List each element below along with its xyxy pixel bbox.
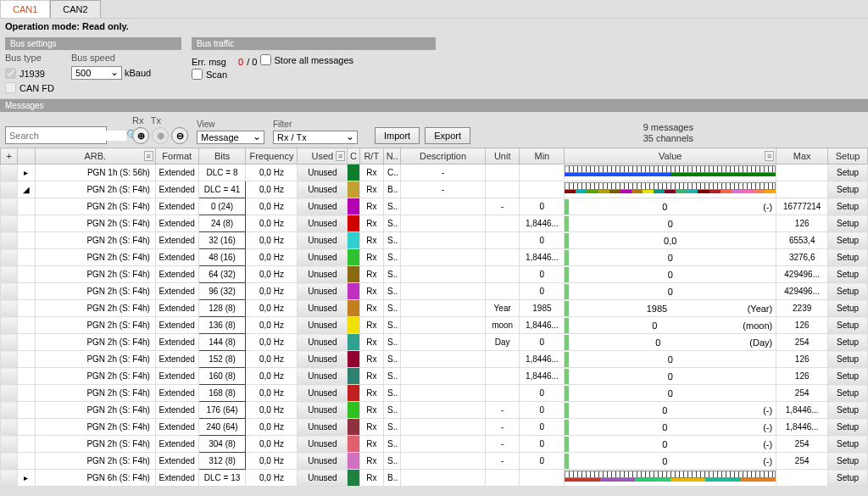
setup-button[interactable]: Setup [828,198,868,215]
col-format[interactable]: Format [155,148,198,164]
used-button[interactable]: Unused [298,249,348,266]
setup-button[interactable]: Setup [828,368,868,385]
table-row[interactable]: PGN 2h (S: F4h)Extended32 (16)0,0 HzUnus… [1,232,868,249]
color-cell[interactable] [348,402,359,419]
table-row[interactable]: PGN 2h (S: F4h)Extended176 (64)0,0 HzUnu… [1,402,868,419]
setup-button[interactable]: Setup [828,402,868,419]
row-expand-outer[interactable] [1,249,18,266]
used-button[interactable]: Unused [298,334,348,351]
search-box[interactable]: 🔍 [5,126,107,144]
color-cell[interactable] [348,283,359,300]
expand-icon[interactable]: ▸ [18,470,35,487]
filter-dropdown[interactable]: Rx / Tx [273,131,358,144]
color-cell[interactable] [348,266,359,283]
setup-button[interactable]: Setup [828,266,868,283]
used-button[interactable]: Unused [298,283,348,300]
color-cell[interactable] [348,181,359,198]
expand-icon[interactable] [18,317,35,334]
table-row[interactable]: ◢PGN 2h (S: F4h)ExtendedDLC = 410,0 HzUn… [1,181,868,198]
j1939-checkbox[interactable] [5,68,16,79]
table-row[interactable]: PGN 2h (S: F4h)Extended304 (8)0,0 HzUnus… [1,436,868,453]
export-button[interactable]: Export [425,127,470,144]
color-cell[interactable] [348,419,359,436]
row-expand-outer[interactable] [1,351,18,368]
row-expand-outer[interactable] [1,470,18,487]
table-row[interactable]: ▸PGN 1h (S: 56h)ExtendedDLC = 80,0 HzUnu… [1,164,868,181]
color-cell[interactable] [348,198,359,215]
row-expand-outer[interactable] [1,453,18,470]
import-button[interactable]: Import [375,127,420,144]
table-row[interactable]: PGN 2h (S: F4h)Extended64 (32)0,0 HzUnus… [1,266,868,283]
expand-icon[interactable] [18,402,35,419]
used-button[interactable]: Unused [298,232,348,249]
menu-icon[interactable]: ≡ [336,151,345,161]
setup-button[interactable]: Setup [828,300,868,317]
table-row[interactable]: PGN 2h (S: F4h)Extended136 (8)0,0 HzUnus… [1,317,868,334]
table-row[interactable]: PGN 2h (S: F4h)Extended96 (32)0,0 HzUnus… [1,283,868,300]
color-cell[interactable] [348,215,359,232]
table-row[interactable]: PGN 2h (S: F4h)Extended128 (8)0,0 HzUnus… [1,300,868,317]
color-cell[interactable] [348,164,359,181]
row-expand-outer[interactable] [1,164,18,181]
bus-speed-dropdown[interactable]: 500 [71,66,122,80]
table-row[interactable]: PGN 2h (S: F4h)Extended152 (8)0,0 HzUnus… [1,351,868,368]
setup-button[interactable]: Setup [828,436,868,453]
rx-add-button[interactable]: ⊕ [132,127,149,144]
row-expand-outer[interactable] [1,317,18,334]
setup-button[interactable]: Setup [828,334,868,351]
color-cell[interactable] [348,300,359,317]
expand-icon[interactable] [18,436,35,453]
expand-icon[interactable] [18,283,35,300]
col-color[interactable]: C [348,148,359,164]
used-button[interactable]: Unused [298,215,348,232]
col-bits[interactable]: Bits [198,148,246,164]
col-unit[interactable]: Unit [485,148,520,164]
color-cell[interactable] [348,470,359,487]
expand-icon[interactable] [18,351,35,368]
expand-icon[interactable] [18,266,35,283]
col-arb[interactable]: ARB.≡ [35,148,155,164]
row-expand-outer[interactable] [1,385,18,402]
table-row[interactable]: PGN 2h (S: F4h)Extended0 (24)0,0 HzUnuse… [1,198,868,215]
row-expand-outer[interactable] [1,419,18,436]
color-cell[interactable] [348,249,359,266]
table-row[interactable]: PGN 2h (S: F4h)Extended24 (8)0,0 HzUnuse… [1,215,868,232]
color-cell[interactable] [348,436,359,453]
search-input[interactable] [9,131,126,141]
color-cell[interactable] [348,334,359,351]
color-cell[interactable] [348,317,359,334]
table-row[interactable]: PGN 2h (S: F4h)Extended160 (8)0,0 HzUnus… [1,368,868,385]
setup-button[interactable]: Setup [828,215,868,232]
col-min[interactable]: Min [520,148,565,164]
expand-icon[interactable] [18,334,35,351]
setup-button[interactable]: Setup [828,317,868,334]
table-row[interactable]: PGN 2h (S: F4h)Extended48 (16)0,0 HzUnus… [1,249,868,266]
store-all-checkbox[interactable] [260,54,271,65]
col-value[interactable]: Value≡ [565,148,776,164]
setup-button[interactable]: Setup [828,164,868,181]
color-cell[interactable] [348,351,359,368]
row-expand-outer[interactable] [1,402,18,419]
used-button[interactable]: Unused [298,402,348,419]
expand-icon[interactable] [18,198,35,215]
row-expand-outer[interactable] [1,232,18,249]
used-button[interactable]: Unused [298,266,348,283]
used-button[interactable]: Unused [298,419,348,436]
row-expand-outer[interactable] [1,283,18,300]
expand-icon[interactable] [18,300,35,317]
add-row-button[interactable]: + [1,148,18,164]
scan-checkbox[interactable] [192,69,203,80]
used-button[interactable]: Unused [298,181,348,198]
expand-icon[interactable] [18,385,35,402]
expand-icon[interactable] [18,232,35,249]
expand-icon[interactable] [18,249,35,266]
used-button[interactable]: Unused [298,436,348,453]
setup-button[interactable]: Setup [828,232,868,249]
table-row[interactable]: PGN 2h (S: F4h)Extended168 (8)0,0 HzUnus… [1,385,868,402]
setup-button[interactable]: Setup [828,419,868,436]
setup-button[interactable]: Setup [828,470,868,487]
color-cell[interactable] [348,385,359,402]
col-used[interactable]: Used≡ [298,148,348,164]
used-button[interactable]: Unused [298,453,348,470]
menu-icon[interactable]: ≡ [144,151,153,161]
